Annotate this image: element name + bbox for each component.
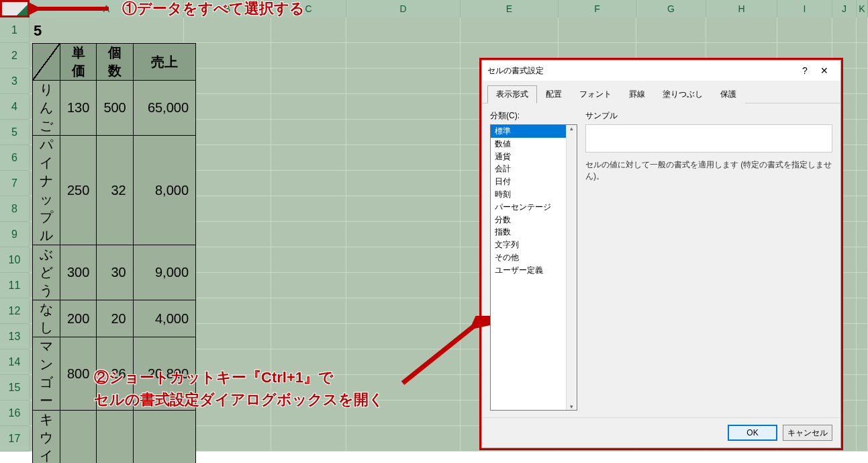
dialog-titlebar[interactable]: セルの書式設定 ? ✕ bbox=[482, 60, 840, 81]
cell[interactable] bbox=[30, 273, 184, 298]
cell[interactable] bbox=[30, 69, 184, 94]
cell[interactable] bbox=[857, 145, 868, 171]
row-header-10[interactable]: 10 bbox=[0, 247, 30, 273]
scrollbar[interactable] bbox=[566, 125, 577, 410]
cell[interactable] bbox=[346, 171, 461, 196]
cell[interactable] bbox=[30, 171, 184, 196]
category-item[interactable]: その他 bbox=[491, 251, 577, 264]
row-header-8[interactable]: 8 bbox=[0, 196, 30, 222]
dialog-close-button[interactable]: ✕ bbox=[814, 65, 835, 76]
cell[interactable] bbox=[346, 273, 461, 298]
select-all-corner[interactable] bbox=[0, 0, 30, 17]
cell[interactable] bbox=[184, 43, 271, 69]
cell[interactable] bbox=[30, 324, 184, 349]
cell[interactable] bbox=[271, 426, 346, 452]
cell[interactable] bbox=[346, 43, 461, 69]
dialog-help-button[interactable]: ? bbox=[796, 65, 814, 76]
cell[interactable] bbox=[271, 171, 346, 196]
cell[interactable] bbox=[184, 247, 271, 273]
cell[interactable] bbox=[184, 94, 271, 120]
cell[interactable] bbox=[184, 17, 271, 43]
cell[interactable] bbox=[184, 145, 271, 171]
tab-フォント[interactable]: フォント bbox=[571, 85, 620, 103]
cell[interactable] bbox=[346, 247, 461, 273]
cell[interactable] bbox=[271, 94, 346, 120]
cell[interactable] bbox=[461, 17, 559, 43]
cell[interactable] bbox=[346, 426, 461, 452]
cell[interactable] bbox=[184, 222, 271, 247]
category-item[interactable]: 日付 bbox=[491, 175, 577, 188]
cell[interactable] bbox=[271, 324, 346, 349]
cell[interactable] bbox=[30, 17, 184, 43]
cell[interactable] bbox=[636, 17, 706, 43]
cell[interactable] bbox=[30, 298, 184, 324]
col-header-F[interactable]: F bbox=[559, 0, 636, 17]
category-item[interactable]: 時刻 bbox=[491, 188, 577, 201]
cell[interactable] bbox=[30, 94, 184, 120]
row-header-16[interactable]: 16 bbox=[0, 401, 30, 426]
cell[interactable] bbox=[857, 17, 868, 43]
cell[interactable] bbox=[857, 375, 868, 401]
cell[interactable] bbox=[184, 273, 271, 298]
cell[interactable] bbox=[30, 196, 184, 222]
cell[interactable] bbox=[30, 145, 184, 171]
cell[interactable] bbox=[30, 426, 184, 452]
tab-保護[interactable]: 保護 bbox=[712, 85, 745, 103]
row-header-3[interactable]: 3 bbox=[0, 69, 30, 94]
cell[interactable] bbox=[30, 120, 184, 145]
tab-罫線[interactable]: 罫線 bbox=[620, 85, 654, 103]
row-header-4[interactable]: 4 bbox=[0, 94, 30, 120]
cell[interactable] bbox=[857, 171, 868, 196]
row-header-12[interactable]: 12 bbox=[0, 298, 30, 324]
cell[interactable] bbox=[346, 94, 461, 120]
col-header-D[interactable]: D bbox=[346, 0, 461, 17]
cell[interactable] bbox=[271, 120, 346, 145]
cell[interactable] bbox=[346, 196, 461, 222]
cell[interactable] bbox=[857, 324, 868, 349]
cell[interactable] bbox=[857, 247, 868, 273]
cell[interactable] bbox=[706, 17, 777, 43]
cell[interactable] bbox=[857, 94, 868, 120]
row-header-7[interactable]: 7 bbox=[0, 171, 30, 196]
cell[interactable] bbox=[184, 298, 271, 324]
category-item[interactable]: 分数 bbox=[491, 214, 577, 226]
cell[interactable] bbox=[271, 17, 346, 43]
row-header-5[interactable]: 5 bbox=[0, 120, 30, 145]
tab-表示形式[interactable]: 表示形式 bbox=[487, 85, 537, 103]
cell[interactable] bbox=[857, 43, 868, 69]
cell[interactable] bbox=[271, 222, 346, 247]
category-item[interactable]: 会計 bbox=[491, 163, 577, 175]
cell[interactable] bbox=[271, 43, 346, 69]
cell[interactable] bbox=[271, 273, 346, 298]
col-header-I[interactable]: I bbox=[777, 0, 832, 17]
cell[interactable] bbox=[271, 145, 346, 171]
row-header-9[interactable]: 9 bbox=[0, 222, 30, 247]
cell[interactable] bbox=[30, 43, 184, 69]
cell[interactable] bbox=[857, 120, 868, 145]
cell[interactable] bbox=[271, 247, 346, 273]
tab-塗りつぶし[interactable]: 塗りつぶし bbox=[654, 85, 712, 103]
cell[interactable] bbox=[184, 120, 271, 145]
tab-配置[interactable]: 配置 bbox=[537, 85, 571, 103]
col-header-K[interactable]: K bbox=[857, 0, 868, 17]
category-listbox[interactable]: 標準数値通貨会計日付時刻パーセンテージ分数指数文字列その他ユーザー定義 bbox=[490, 124, 577, 411]
ok-button[interactable]: OK bbox=[728, 425, 777, 441]
cell[interactable] bbox=[559, 17, 636, 43]
category-item[interactable]: 数値 bbox=[491, 138, 577, 151]
cell[interactable] bbox=[30, 222, 184, 247]
cell[interactable] bbox=[346, 17, 461, 43]
cell[interactable] bbox=[857, 426, 868, 452]
row-header-14[interactable]: 14 bbox=[0, 349, 30, 375]
cell[interactable] bbox=[857, 401, 868, 426]
cell[interactable] bbox=[857, 222, 868, 247]
category-item[interactable]: パーセンテージ bbox=[491, 201, 577, 214]
col-header-J[interactable]: J bbox=[832, 0, 857, 17]
row-header-17[interactable]: 17 bbox=[0, 426, 30, 452]
row-header-15[interactable]: 15 bbox=[0, 375, 30, 401]
row-header-6[interactable]: 6 bbox=[0, 145, 30, 171]
cell[interactable] bbox=[346, 145, 461, 171]
cell[interactable] bbox=[857, 298, 868, 324]
cell[interactable] bbox=[271, 298, 346, 324]
row-header-2[interactable]: 2 bbox=[0, 43, 30, 69]
cell[interactable] bbox=[184, 69, 271, 94]
